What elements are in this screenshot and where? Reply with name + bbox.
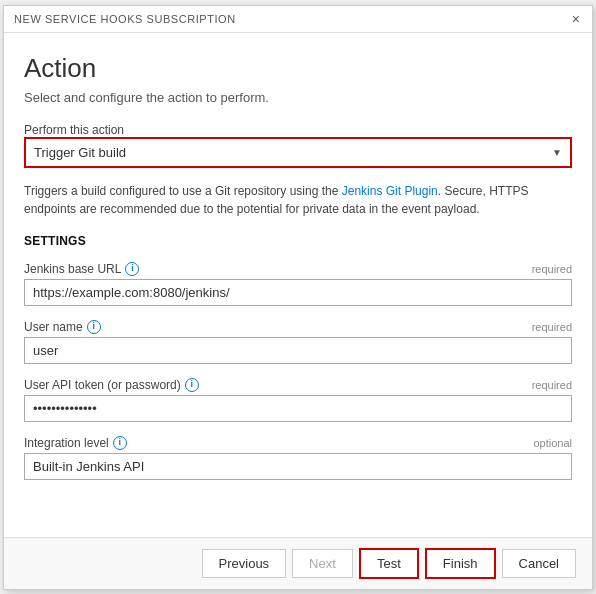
description-before-link: Triggers a build configured to use a Git… xyxy=(24,184,342,198)
integration-level-input[interactable] xyxy=(24,453,572,480)
dialog-content: Action Select and configure the action t… xyxy=(4,33,592,537)
page-title: Action xyxy=(24,53,572,84)
next-button[interactable]: Next xyxy=(292,549,353,578)
dialog-container: NEW SERVICE HOOKS SUBSCRIPTION × Action … xyxy=(3,5,593,590)
jenkins-url-input[interactable] xyxy=(24,279,572,306)
integration-level-label: Integration level i xyxy=(24,436,127,450)
username-badge: required xyxy=(532,321,572,333)
cancel-button[interactable]: Cancel xyxy=(502,549,576,578)
integration-level-badge: optional xyxy=(533,437,572,449)
api-token-label: User API token (or password) i xyxy=(24,378,199,392)
api-token-label-row: User API token (or password) i required xyxy=(24,378,572,392)
username-label-row: User name i required xyxy=(24,320,572,334)
page-subtitle: Select and configure the action to perfo… xyxy=(24,90,572,105)
jenkins-url-field: Jenkins base URL i required xyxy=(24,262,572,306)
action-dropdown[interactable]: Trigger Git build xyxy=(26,139,570,166)
integration-level-label-row: Integration level i optional xyxy=(24,436,572,450)
api-token-field: User API token (or password) i required xyxy=(24,378,572,422)
dialog-footer: Previous Next Test Finish Cancel xyxy=(4,537,592,589)
previous-button[interactable]: Previous xyxy=(202,549,287,578)
perform-action-field: Perform this action Trigger Git build ▼ xyxy=(24,123,572,168)
jenkins-url-badge: required xyxy=(532,263,572,275)
perform-action-label: Perform this action xyxy=(24,123,572,137)
username-input[interactable] xyxy=(24,337,572,364)
finish-button[interactable]: Finish xyxy=(425,548,496,579)
dialog-titlebar: NEW SERVICE HOOKS SUBSCRIPTION × xyxy=(4,6,592,33)
description-text: Triggers a build configured to use a Git… xyxy=(24,182,572,218)
api-token-badge: required xyxy=(532,379,572,391)
action-dropdown-wrapper: Trigger Git build ▼ xyxy=(24,137,572,168)
jenkins-git-plugin-link[interactable]: Jenkins Git Plugin xyxy=(342,184,438,198)
api-token-input[interactable] xyxy=(24,395,572,422)
test-button[interactable]: Test xyxy=(359,548,419,579)
username-field: User name i required xyxy=(24,320,572,364)
jenkins-url-label: Jenkins base URL i xyxy=(24,262,139,276)
settings-heading: SETTINGS xyxy=(24,234,572,248)
api-token-info-icon[interactable]: i xyxy=(185,378,199,392)
integration-level-info-icon[interactable]: i xyxy=(113,436,127,450)
username-info-icon[interactable]: i xyxy=(87,320,101,334)
jenkins-url-info-icon[interactable]: i xyxy=(125,262,139,276)
integration-level-field: Integration level i optional xyxy=(24,436,572,480)
close-button[interactable]: × xyxy=(570,12,582,26)
jenkins-url-label-row: Jenkins base URL i required xyxy=(24,262,572,276)
dialog-title: NEW SERVICE HOOKS SUBSCRIPTION xyxy=(14,13,236,25)
username-label: User name i xyxy=(24,320,101,334)
